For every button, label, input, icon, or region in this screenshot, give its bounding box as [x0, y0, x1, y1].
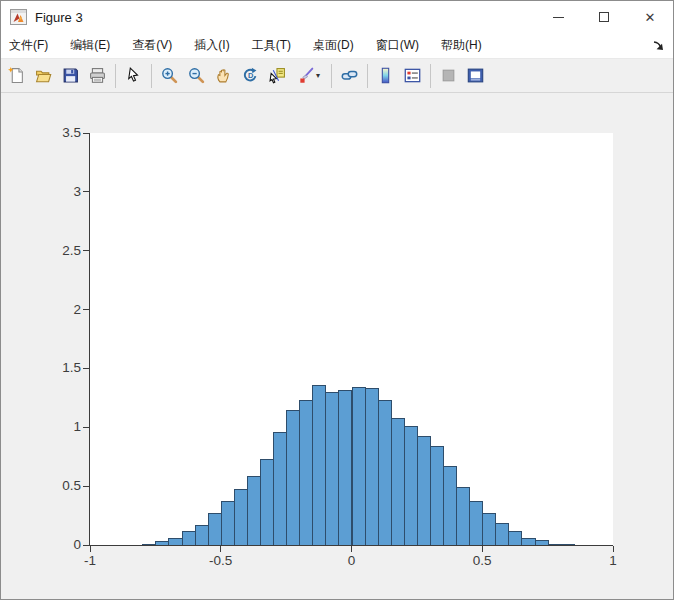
- maximize-button[interactable]: [581, 1, 627, 33]
- rotate-3d-icon: D: [242, 67, 259, 84]
- histogram-bar: [561, 544, 575, 545]
- open-file-icon: [35, 67, 52, 84]
- toolbar-separator: [430, 64, 431, 88]
- menu-item-edit[interactable]: 编辑(E): [70, 33, 110, 58]
- y-axis-tick: [83, 191, 89, 192]
- histogram-bar: [469, 501, 483, 545]
- y-tick-label: 3.5: [34, 125, 81, 140]
- toolbar-separator: [367, 64, 368, 88]
- y-axis-tick: [83, 250, 89, 251]
- figure-canvas[interactable]: 00.511.522.533.5-1-0.500.51: [1, 93, 673, 599]
- y-axis-tick: [83, 368, 89, 369]
- histogram-bar: [495, 523, 509, 545]
- toolbar-button-new-figure[interactable]: [3, 62, 30, 90]
- histogram-bar: [260, 459, 274, 545]
- menu-bar: 文件(F)编辑(E)查看(V)插入(I)工具(T)桌面(D)窗口(W)帮助(H): [1, 33, 673, 59]
- x-tick-label: 0: [317, 553, 387, 568]
- svg-text:D: D: [248, 71, 254, 80]
- toolbar-button-show-plot-tools[interactable]: [462, 62, 489, 90]
- dropdown-caret-icon[interactable]: ▾: [316, 71, 320, 80]
- toolbar-button-zoom-out[interactable]: [183, 62, 210, 90]
- toolbar-button-save-figure[interactable]: [57, 62, 84, 90]
- histogram-bar: [247, 476, 261, 545]
- y-axis-tick: [83, 545, 89, 546]
- title-bar: Figure 3 ✕: [1, 1, 673, 33]
- link-plot-icon: [341, 67, 358, 84]
- y-tick-label: 1.5: [34, 360, 81, 375]
- histogram-bar: [168, 538, 182, 545]
- toolbar-button-data-cursor[interactable]: [264, 62, 291, 90]
- histogram-bar: [521, 538, 535, 545]
- x-tick-label: -0.5: [186, 553, 256, 568]
- histogram-bar: [208, 513, 222, 545]
- histogram-bar: [286, 410, 300, 545]
- histogram-bar: [325, 392, 339, 545]
- minimize-icon: [553, 17, 564, 18]
- menu-item-insert[interactable]: 插入(I): [194, 33, 229, 58]
- toolbar-button-insert-legend[interactable]: [399, 62, 426, 90]
- insert-legend-icon: [404, 67, 421, 84]
- insert-colorbar-icon: [377, 67, 394, 84]
- histogram-bar: [234, 489, 248, 546]
- histogram-bar: [195, 525, 209, 545]
- histogram-bar: [182, 531, 196, 545]
- histogram-bar: [312, 385, 326, 545]
- y-axis-tick: [83, 309, 89, 310]
- plot-area[interactable]: 00.511.522.533.5-1-0.500.51: [89, 133, 613, 546]
- zoom-out-icon: [188, 67, 205, 84]
- dock-figure-button[interactable]: [651, 38, 665, 52]
- histogram-bar: [299, 400, 313, 545]
- toolbar-button-edit-plot[interactable]: [120, 62, 147, 90]
- y-tick-label: 1: [34, 419, 81, 434]
- close-button[interactable]: ✕: [627, 1, 673, 33]
- toolbar-button-pan[interactable]: [210, 62, 237, 90]
- menu-item-window[interactable]: 窗口(W): [376, 33, 419, 58]
- window-controls: ✕: [535, 1, 673, 33]
- show-plot-tools-icon: [467, 67, 484, 84]
- toolbar-button-brush-data[interactable]: ▾: [291, 62, 327, 90]
- menu-item-file[interactable]: 文件(F): [9, 33, 48, 58]
- toolbar-button-link-plot[interactable]: [336, 62, 363, 90]
- x-axis-tick: [613, 546, 614, 552]
- toolbar-separator: [331, 64, 332, 88]
- x-axis-tick: [220, 546, 221, 552]
- histogram-bar: [365, 388, 379, 545]
- toolbar-button-insert-colorbar[interactable]: [372, 62, 399, 90]
- toolbar-button-zoom-in[interactable]: [156, 62, 183, 90]
- histogram-bar: [482, 513, 496, 545]
- toolbar: D▾: [1, 59, 673, 93]
- pan-icon: [215, 67, 232, 84]
- menu-item-desktop[interactable]: 桌面(D): [313, 33, 354, 58]
- x-tick-label: 1: [578, 553, 648, 568]
- print-figure-icon: [89, 67, 106, 84]
- histogram-bar: [508, 531, 522, 545]
- histogram-bar: [378, 400, 392, 545]
- brush-data-icon: [298, 67, 315, 84]
- dock-figure-arrow-icon: [651, 38, 665, 52]
- y-tick-label: 0.5: [34, 478, 81, 493]
- y-axis-tick: [83, 427, 89, 428]
- histogram-bar: [352, 387, 366, 545]
- y-tick-label: 0: [34, 537, 81, 552]
- menu-item-help[interactable]: 帮助(H): [441, 33, 482, 58]
- maximize-icon: [599, 12, 609, 22]
- x-tick-label: 0.5: [447, 553, 517, 568]
- toolbar-button-rotate-3d[interactable]: D: [237, 62, 264, 90]
- new-figure-icon: [8, 67, 25, 84]
- toolbar-button-hide-plot-tools[interactable]: [435, 62, 462, 90]
- histogram-bar: [338, 390, 352, 545]
- figure-window: Figure 3 ✕ 文件(F)编辑(E)查看(V)插入(I)工具(T)桌面(D…: [0, 0, 674, 600]
- toolbar-button-print-figure[interactable]: [84, 62, 111, 90]
- x-tick-label: -1: [55, 553, 125, 568]
- x-axis-tick: [482, 546, 483, 552]
- histogram-bar: [417, 436, 431, 545]
- histogram-bar: [548, 544, 562, 545]
- toolbar-button-open-file[interactable]: [30, 62, 57, 90]
- histogram-bar: [273, 432, 287, 545]
- histogram-bar: [456, 487, 470, 545]
- save-figure-icon: [62, 67, 79, 84]
- minimize-button[interactable]: [535, 1, 581, 33]
- toolbar-separator: [151, 64, 152, 88]
- menu-item-view[interactable]: 查看(V): [132, 33, 172, 58]
- menu-item-tools[interactable]: 工具(T): [252, 33, 291, 58]
